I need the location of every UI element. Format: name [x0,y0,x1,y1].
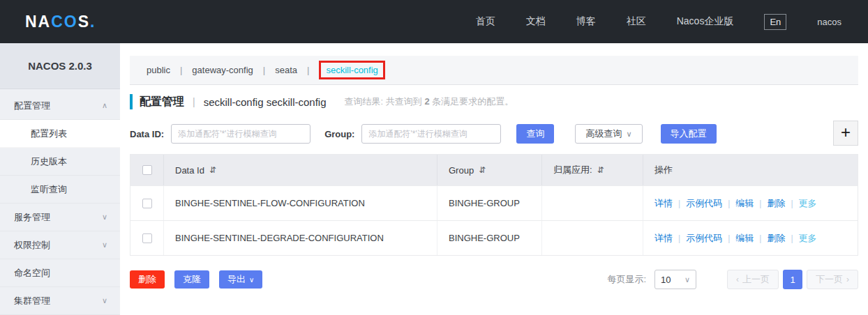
prev-page-button[interactable]: ‹上一页 [727,270,779,289]
logo-text-co: CO [51,13,78,31]
tab-public[interactable]: public [147,65,170,75]
cell-data-id: BINGHE-SENTINEL-DEGRADE-CONFIGURATION [164,221,437,255]
col-header-app[interactable]: 归属应用: [553,164,592,176]
cell-group: BINGHE-GROUP [437,186,542,220]
col-header-group[interactable]: Group [449,165,474,176]
col-header-data-id[interactable]: Data Id [175,165,204,176]
sort-icon[interactable]: ⇵ [597,165,604,175]
nav-home[interactable]: 首页 [476,15,495,28]
table-footer: 删除 克隆 导出∨ 每页显示: 10 ∨ ‹上一页 1 下一页› [130,270,858,289]
clone-button[interactable]: 克隆 [174,270,209,289]
current-user[interactable]: nacos [817,17,841,27]
sidebar-item-listener-query[interactable]: 监听查询 [0,176,120,203]
page-title: 配置管理 [140,95,184,109]
chevron-up-icon: ∧ [102,101,107,110]
pagination: ‹上一页 1 下一页› [727,270,858,289]
group-label: Group: [324,129,354,139]
tab-seata[interactable]: seata [275,65,297,75]
nacos-logo[interactable]: NACOS. [25,13,96,31]
chevron-down-icon: ∨ [102,296,107,305]
page-size-label: 每页显示: [607,273,646,286]
chevron-down-icon: ∨ [684,275,690,284]
cell-operations: 详情 | 示例代码 | 编辑 | 删除 | 更多 [643,221,858,255]
edit-link[interactable]: 编辑 [735,197,754,210]
main-content: public | gateway-config | seata | seckil… [120,43,868,315]
sidebar-item-label: 配置列表 [31,128,67,140]
sidebar-menu: 配置管理 ∧ 配置列表 历史版本 监听查询 服务管理 ∨ 权限控制 ∨ 命名空间 [0,89,120,315]
result-count: 2 [424,96,429,107]
sidebar-item-namespace[interactable]: 命名空间 [0,259,120,287]
data-id-input[interactable] [171,124,310,144]
action-separator: | [759,233,761,243]
sidebar-item-service-management[interactable]: 服务管理 ∨ [0,203,120,231]
top-navbar: NACOS. 首页 文档 博客 社区 Nacos企业版 En nacos [0,0,868,43]
sample-code-link[interactable]: 示例代码 [686,232,722,245]
next-page-button[interactable]: 下一页› [807,270,858,289]
arrow-left-icon: ‹ [736,275,739,284]
sidebar-item-label: 历史版本 [31,155,67,168]
sidebar-item-config-list[interactable]: 配置列表 [0,120,120,148]
search-toolbar: Data ID: Group: 查询 高级查询∨ 导入配置 + [130,121,858,147]
nav-blog[interactable]: 博客 [576,15,596,28]
current-page-button[interactable]: 1 [783,270,802,289]
delete-link[interactable]: 删除 [767,197,785,210]
tab-seckill-config-active[interactable]: seckill-config [319,61,384,79]
cell-app [542,186,643,220]
sidebar-item-config-management[interactable]: 配置管理 ∧ [0,92,120,120]
sidebar-item-history-versions[interactable]: 历史版本 [0,148,120,176]
sidebar: NACOS 2.0.3 配置管理 ∧ 配置列表 历史版本 监听查询 服务管理 ∨… [0,43,120,315]
action-separator: | [728,199,730,208]
more-link[interactable]: 更多 [799,232,817,245]
action-separator: | [728,233,730,243]
more-link[interactable]: 更多 [799,197,817,210]
tab-separator: | [180,65,182,75]
titlebar: 配置管理 | seckill-config seckill-config 查询结… [130,94,858,109]
bulk-delete-button[interactable]: 删除 [130,270,165,289]
language-toggle-button[interactable]: En [764,14,786,30]
page-size-select[interactable]: 10 ∨ [654,270,696,289]
chevron-down-icon: ∨ [102,213,107,222]
advanced-query-button[interactable]: 高级查询∨ [575,124,642,144]
title-accent-bar [130,94,133,109]
version-label: NACOS 2.0.3 [0,43,120,89]
action-separator: | [791,199,793,208]
bulk-actions: 删除 克隆 导出∨ [130,270,262,289]
delete-link[interactable]: 删除 [767,232,785,245]
tab-separator: | [263,65,265,75]
nav-enterprise[interactable]: Nacos企业版 [677,15,734,28]
sidebar-item-label: 监听查询 [31,183,67,196]
detail-link[interactable]: 详情 [654,197,673,210]
cell-data-id: BINGHE-SENTINEL-FLOW-CONFIGURATION [164,186,437,220]
query-button[interactable]: 查询 [516,124,554,144]
detail-link[interactable]: 详情 [654,232,673,245]
sidebar-item-permission-control[interactable]: 权限控制 ∨ [0,231,120,259]
sidebar-item-cluster-management[interactable]: 集群管理 ∨ [0,287,120,315]
cell-app [542,221,643,255]
namespace-tabbar: public | gateway-config | seata | seckil… [130,56,858,85]
nav-community[interactable]: 社区 [627,15,646,28]
sample-code-link[interactable]: 示例代码 [686,197,722,210]
add-config-button[interactable]: + [833,121,858,146]
sort-icon[interactable]: ⇵ [209,165,216,175]
import-config-button[interactable]: 导入配置 [661,124,717,144]
cell-operations: 详情 | 示例代码 | 编辑 | 删除 | 更多 [643,186,858,220]
group-input[interactable] [361,124,501,144]
tab-gateway-config[interactable]: gateway-config [192,65,253,75]
col-header-operations: 操作 [654,164,673,176]
logo-text-na: NA [25,13,51,31]
sidebar-item-label: 命名空间 [14,267,50,279]
export-button[interactable]: 导出∨ [219,270,262,289]
nav-docs[interactable]: 文档 [526,15,546,28]
row-checkbox[interactable] [142,233,152,243]
nacos-console: NACOS. 首页 文档 博客 社区 Nacos企业版 En nacos NAC… [0,0,868,315]
select-all-checkbox[interactable] [142,165,152,175]
action-separator: | [678,233,680,243]
table-row: BINGHE-SENTINEL-DEGRADE-CONFIGURATION BI… [130,220,858,255]
page-size-value: 10 [661,275,671,285]
tab-separator: | [307,65,309,75]
row-checkbox[interactable] [142,199,152,208]
action-separator: | [759,199,761,208]
sidebar-item-label: 集群管理 [14,295,50,307]
sort-icon[interactable]: ⇵ [479,165,486,175]
edit-link[interactable]: 编辑 [735,232,754,245]
